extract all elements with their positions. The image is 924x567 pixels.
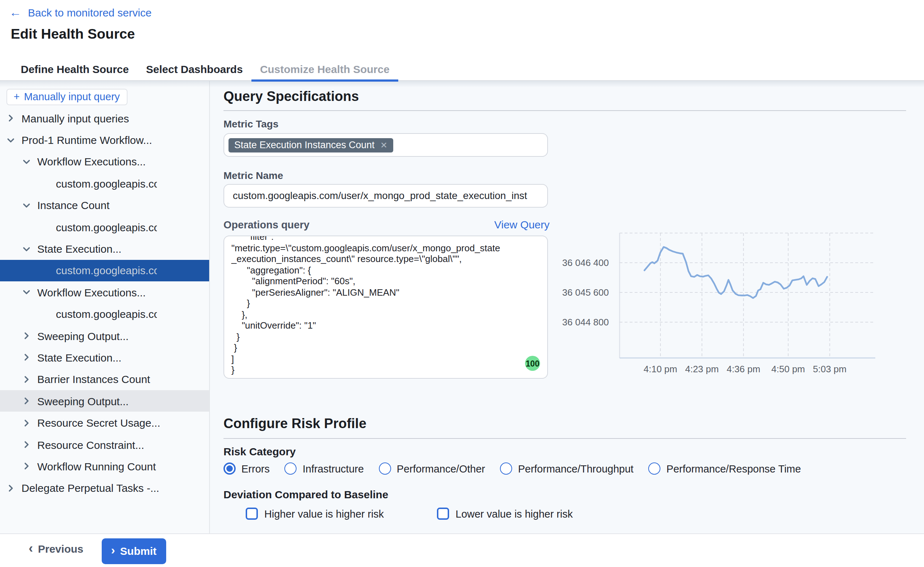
operations-query-label: Operations query bbox=[224, 219, 310, 231]
tree-item-manually-input-queries[interactable]: Manually input queries bbox=[0, 107, 209, 129]
tab-select-dashboards[interactable]: Select Dashboards bbox=[138, 59, 251, 81]
tree-item-sweeping-output[interactable]: Sweeping Output... bbox=[0, 390, 209, 412]
tree-item-label: Prod-1 Runtime Workflow... bbox=[21, 134, 152, 146]
add-manual-query-button[interactable]: + Manually input query bbox=[6, 89, 128, 105]
back-arrow-icon: ← bbox=[9, 6, 21, 19]
checkbox-icon[interactable] bbox=[437, 508, 449, 520]
radio-icon[interactable] bbox=[649, 462, 661, 475]
tree-item-workflow-running-count[interactable]: Workflow Running Count bbox=[0, 456, 209, 477]
tree-item-label: Workflow Executions... bbox=[37, 286, 146, 298]
tree-item-state-execution[interactable]: State Execution... bbox=[0, 238, 209, 260]
tree-item-label: Instance Count bbox=[37, 200, 110, 212]
chevron-right-icon[interactable] bbox=[22, 397, 31, 406]
chevron-right-icon[interactable] bbox=[22, 375, 31, 384]
risk-category-label: Risk Category bbox=[224, 445, 296, 458]
chevron-down-icon[interactable] bbox=[6, 136, 15, 144]
tree-item-workflow-executions[interactable]: Workflow Executions... bbox=[0, 281, 209, 303]
submit-button[interactable]: › Submit bbox=[102, 538, 166, 564]
radio-icon[interactable] bbox=[500, 462, 512, 475]
y-tick-label: 36 045 600 bbox=[562, 287, 609, 298]
chevron-right-icon[interactable] bbox=[6, 484, 15, 492]
tree-item-workflow-executions[interactable]: Workflow Executions... bbox=[0, 151, 209, 173]
tab-customize-health-source[interactable]: Customize Health Source bbox=[251, 59, 398, 81]
tree-item-custom-googleapis-co[interactable]: custom.googleapis.co bbox=[0, 303, 209, 325]
tree-item-resource-secret-usage[interactable]: Resource Secret Usage... bbox=[0, 412, 209, 434]
chevron-down-icon[interactable] bbox=[22, 158, 31, 166]
checkbox-label: Lower value is higher risk bbox=[455, 508, 572, 519]
query-tree: Manually input queriesProd-1 Runtime Wor… bbox=[0, 107, 209, 499]
risk-radio-errors[interactable]: Errors bbox=[224, 462, 270, 475]
risk-radio-infrastructure[interactable]: Infrastructure bbox=[285, 462, 364, 475]
tree-item-label: Resource Constraint... bbox=[37, 438, 144, 451]
tree-item-prod-1-runtime-workflow[interactable]: Prod-1 Runtime Workflow... bbox=[0, 129, 209, 151]
tree-item-sweeping-output[interactable]: Sweeping Output... bbox=[0, 325, 209, 347]
y-tick-label: 36 046 400 bbox=[562, 257, 609, 268]
radio-icon[interactable] bbox=[285, 462, 297, 475]
chevron-right-icon[interactable] bbox=[22, 332, 31, 340]
x-tick-label: 4:36 pm bbox=[727, 364, 760, 374]
chevron-right-icon[interactable] bbox=[22, 418, 31, 427]
tree-item-state-execution[interactable]: State Execution... bbox=[0, 347, 209, 369]
add-query-label: Manually input query bbox=[24, 91, 120, 102]
main-panel: Query Specifications Metric Tags State E… bbox=[210, 81, 924, 533]
previous-button[interactable]: ‹ Previous bbox=[29, 543, 83, 555]
chevron-right-icon[interactable] bbox=[22, 440, 31, 449]
checkbox-icon[interactable] bbox=[246, 508, 258, 520]
chevron-down-icon[interactable] bbox=[22, 201, 31, 210]
tree-item-label: custom.googleapis.co bbox=[56, 177, 157, 190]
risk-radio-performance-other[interactable]: Performance/Other bbox=[379, 462, 485, 475]
tree-item-custom-googleapis-co[interactable]: custom.googleapis.co bbox=[0, 260, 209, 281]
radio-icon[interactable] bbox=[379, 462, 391, 475]
risk-radio-performance-throughput[interactable]: Performance/Throughput bbox=[500, 462, 633, 475]
deviation-checkbox-higher-value-is-higher-risk[interactable]: Higher value is higher risk bbox=[246, 508, 384, 520]
x-tick-label: 4:50 pm bbox=[771, 364, 805, 374]
tree-item-label: Resource Secret Usage... bbox=[37, 417, 161, 429]
metric-tag-chip[interactable]: State Execution Instances Count ✕ bbox=[228, 138, 393, 152]
line-chart: 36 046 40036 045 60036 044 8004:10 pm4:2… bbox=[559, 229, 888, 380]
radio-selected-icon[interactable] bbox=[224, 462, 236, 475]
tree-item-label: Sweeping Output... bbox=[37, 330, 129, 342]
metric-tag-chip-label: State Execution Instances Count bbox=[234, 140, 375, 150]
chevron-down-icon[interactable] bbox=[22, 288, 31, 297]
view-query-link[interactable]: View Query bbox=[494, 218, 550, 231]
x-tick-label: 4:10 pm bbox=[644, 364, 677, 374]
tree-item-delegate-perpetual-tasks[interactable]: Delegate Perpetual Tasks -... bbox=[0, 477, 209, 499]
chevron-right-icon[interactable] bbox=[22, 462, 31, 471]
chevron-right-icon[interactable] bbox=[22, 353, 31, 362]
query-sidebar: + Manually input query Manually input qu… bbox=[0, 81, 210, 533]
metric-tags-label: Metric Tags bbox=[224, 118, 279, 130]
chevron-right-icon: › bbox=[111, 544, 115, 556]
tree-item-custom-googleapis-co[interactable]: custom.googleapis.co bbox=[0, 216, 209, 238]
edit-health-source-page: ← Back to monitored service Edit Health … bbox=[0, 0, 924, 567]
metric-name-input[interactable]: custom.googleapis.com/user/x_mongo_prod_… bbox=[224, 184, 548, 208]
chevron-right-icon[interactable] bbox=[6, 114, 15, 122]
back-link[interactable]: ← Back to monitored service bbox=[9, 6, 152, 19]
risk-radio-performance-response-time[interactable]: Performance/Response Time bbox=[649, 462, 801, 475]
tree-item-label: Manually input queries bbox=[21, 112, 129, 124]
tree-item-label: Sweeping Output... bbox=[37, 395, 129, 407]
previous-label: Previous bbox=[38, 543, 83, 555]
radio-label: Errors bbox=[241, 463, 270, 474]
tree-item-label: custom.googleapis.co bbox=[56, 308, 157, 320]
tree-item-label: Workflow Running Count bbox=[37, 460, 156, 472]
x-tick-label: 5:03 pm bbox=[813, 364, 847, 374]
x-tick-label: 4:23 pm bbox=[685, 364, 719, 374]
tree-item-instance-count[interactable]: Instance Count bbox=[0, 194, 209, 216]
section-divider bbox=[224, 110, 906, 111]
operations-query-text: "filter": "metric.type=\"custom.googleap… bbox=[224, 236, 547, 375]
tree-item-resource-constraint[interactable]: Resource Constraint... bbox=[0, 434, 209, 456]
tab-define-health-source[interactable]: Define Health Source bbox=[12, 59, 138, 81]
tree-item-label: Delegate Perpetual Tasks -... bbox=[21, 482, 159, 494]
operations-query-textarea[interactable]: "filter": "metric.type=\"custom.googleap… bbox=[224, 236, 548, 379]
chevron-down-icon[interactable] bbox=[22, 244, 31, 253]
tabs: Define Health SourceSelect DashboardsCus… bbox=[12, 59, 398, 81]
risk-category-radio-group: ErrorsInfrastructurePerformance/OtherPer… bbox=[224, 462, 801, 475]
metric-tags-input[interactable]: State Execution Instances Count ✕ bbox=[224, 133, 548, 157]
deviation-checkbox-lower-value-is-higher-risk[interactable]: Lower value is higher risk bbox=[437, 508, 572, 520]
tree-item-label: custom.googleapis.co bbox=[56, 264, 157, 277]
tree-item-custom-googleapis-co[interactable]: custom.googleapis.co bbox=[0, 172, 209, 194]
metric-preview-chart: 36 046 40036 045 60036 044 8004:10 pm4:2… bbox=[559, 229, 888, 380]
tree-item-barrier-instances-count[interactable]: Barrier Instances Count bbox=[0, 368, 209, 390]
deviation-label: Deviation Compared to Baseline bbox=[224, 488, 388, 500]
remove-tag-icon[interactable]: ✕ bbox=[380, 140, 388, 150]
